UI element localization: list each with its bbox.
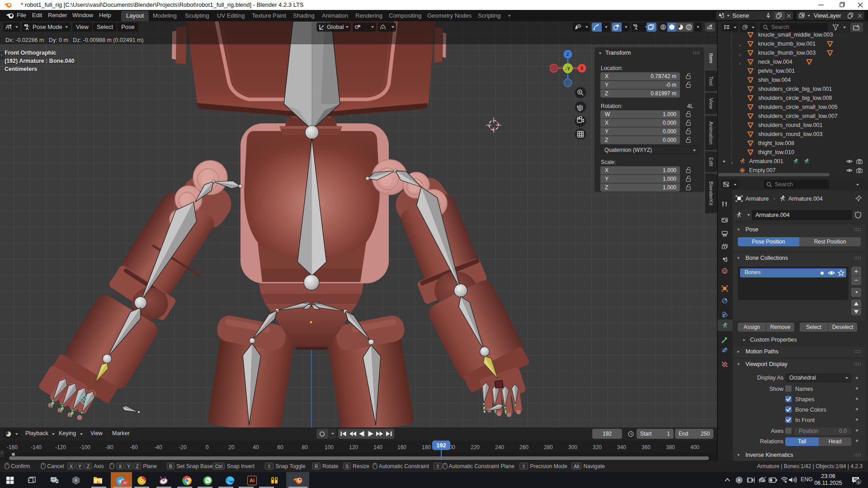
svg-text:-Y: -Y: [566, 66, 571, 71]
svg-text:9: 9: [857, 480, 859, 484]
svg-text:X: X: [580, 66, 583, 71]
svg-text:Z: Z: [566, 52, 570, 57]
